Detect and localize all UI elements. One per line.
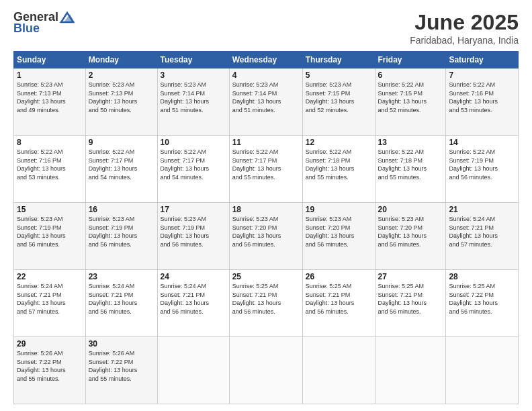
empty-cell bbox=[157, 337, 229, 404]
day-22: 22 Sunrise: 5:24 AMSunset: 7:21 PMDaylig… bbox=[14, 270, 86, 337]
calendar-body: 1 Sunrise: 5:23 AMSunset: 7:13 PMDayligh… bbox=[14, 68, 519, 404]
day-27: 27 Sunrise: 5:25 AMSunset: 7:21 PMDaylig… bbox=[375, 270, 446, 337]
day-21: 21 Sunrise: 5:24 AMSunset: 7:21 PMDaylig… bbox=[446, 203, 519, 270]
day-16: 16 Sunrise: 5:23 AMSunset: 7:19 PMDaylig… bbox=[85, 203, 157, 270]
day-7: 7 Sunrise: 5:22 AMSunset: 7:16 PMDayligh… bbox=[446, 68, 519, 136]
day-5: 5 Sunrise: 5:23 AMSunset: 7:15 PMDayligh… bbox=[302, 68, 375, 136]
empty-cell bbox=[375, 337, 446, 404]
empty-cell bbox=[229, 337, 302, 404]
day-2: 2 Sunrise: 5:23 AMSunset: 7:13 PMDayligh… bbox=[85, 68, 157, 136]
day-4: 4 Sunrise: 5:23 AMSunset: 7:14 PMDayligh… bbox=[229, 68, 302, 136]
col-tuesday: Tuesday bbox=[157, 52, 229, 68]
day-17: 17 Sunrise: 5:23 AMSunset: 7:19 PMDaylig… bbox=[157, 203, 229, 270]
month-title: June 2025 bbox=[410, 10, 519, 35]
day-11: 11 Sunrise: 5:22 AMSunset: 7:17 PMDaylig… bbox=[229, 136, 302, 203]
day-12: 12 Sunrise: 5:22 AMSunset: 7:18 PMDaylig… bbox=[302, 136, 375, 203]
logo: General Blue bbox=[13, 10, 75, 36]
calendar: Sunday Monday Tuesday Wednesday Thursday… bbox=[13, 51, 519, 404]
logo-icon bbox=[60, 11, 75, 24]
day-19: 19 Sunrise: 5:23 AMSunset: 7:20 PMDaylig… bbox=[302, 203, 375, 270]
day-10: 10 Sunrise: 5:22 AMSunset: 7:17 PMDaylig… bbox=[157, 136, 229, 203]
empty-cell bbox=[446, 337, 519, 404]
day-20: 20 Sunrise: 5:23 AMSunset: 7:20 PMDaylig… bbox=[375, 203, 446, 270]
day-26: 26 Sunrise: 5:25 AMSunset: 7:21 PMDaylig… bbox=[302, 270, 375, 337]
day-3: 3 Sunrise: 5:23 AMSunset: 7:14 PMDayligh… bbox=[157, 68, 229, 136]
page: General Blue June 2025 Faridabad, Haryan… bbox=[0, 0, 532, 411]
col-saturday: Saturday bbox=[446, 52, 519, 68]
empty-cell bbox=[302, 337, 375, 404]
week-row-1: 1 Sunrise: 5:23 AMSunset: 7:13 PMDayligh… bbox=[14, 68, 519, 136]
col-monday: Monday bbox=[85, 52, 157, 68]
col-sunday: Sunday bbox=[14, 52, 86, 68]
week-row-5: 29 Sunrise: 5:26 AMSunset: 7:22 PMDaylig… bbox=[14, 337, 519, 404]
day-30: 30 Sunrise: 5:26 AMSunset: 7:22 PMDaylig… bbox=[85, 337, 157, 404]
day-24: 24 Sunrise: 5:24 AMSunset: 7:21 PMDaylig… bbox=[157, 270, 229, 337]
day-25: 25 Sunrise: 5:25 AMSunset: 7:21 PMDaylig… bbox=[229, 270, 302, 337]
day-14: 14 Sunrise: 5:22 AMSunset: 7:19 PMDaylig… bbox=[446, 136, 519, 203]
header: General Blue June 2025 Faridabad, Haryan… bbox=[13, 10, 519, 46]
title-area: June 2025 Faridabad, Haryana, India bbox=[410, 10, 519, 46]
day-15: 15 Sunrise: 5:23 AMSunset: 7:19 PMDaylig… bbox=[14, 203, 86, 270]
logo-blue: Blue bbox=[13, 21, 40, 36]
day-6: 6 Sunrise: 5:22 AMSunset: 7:15 PMDayligh… bbox=[375, 68, 446, 136]
day-29: 29 Sunrise: 5:26 AMSunset: 7:22 PMDaylig… bbox=[14, 337, 86, 404]
day-28: 28 Sunrise: 5:25 AMSunset: 7:22 PMDaylig… bbox=[446, 270, 519, 337]
day-8: 8 Sunrise: 5:22 AMSunset: 7:16 PMDayligh… bbox=[14, 136, 86, 203]
day-9: 9 Sunrise: 5:22 AMSunset: 7:17 PMDayligh… bbox=[85, 136, 157, 203]
calendar-header-row: Sunday Monday Tuesday Wednesday Thursday… bbox=[14, 52, 519, 68]
col-friday: Friday bbox=[375, 52, 446, 68]
day-1: 1 Sunrise: 5:23 AMSunset: 7:13 PMDayligh… bbox=[14, 68, 86, 136]
col-thursday: Thursday bbox=[302, 52, 375, 68]
location: Faridabad, Haryana, India bbox=[410, 35, 519, 46]
day-23: 23 Sunrise: 5:24 AMSunset: 7:21 PMDaylig… bbox=[85, 270, 157, 337]
week-row-2: 8 Sunrise: 5:22 AMSunset: 7:16 PMDayligh… bbox=[14, 136, 519, 203]
week-row-4: 22 Sunrise: 5:24 AMSunset: 7:21 PMDaylig… bbox=[14, 270, 519, 337]
day-18: 18 Sunrise: 5:23 AMSunset: 7:20 PMDaylig… bbox=[229, 203, 302, 270]
week-row-3: 15 Sunrise: 5:23 AMSunset: 7:19 PMDaylig… bbox=[14, 203, 519, 270]
col-wednesday: Wednesday bbox=[229, 52, 302, 68]
day-13: 13 Sunrise: 5:22 AMSunset: 7:18 PMDaylig… bbox=[375, 136, 446, 203]
